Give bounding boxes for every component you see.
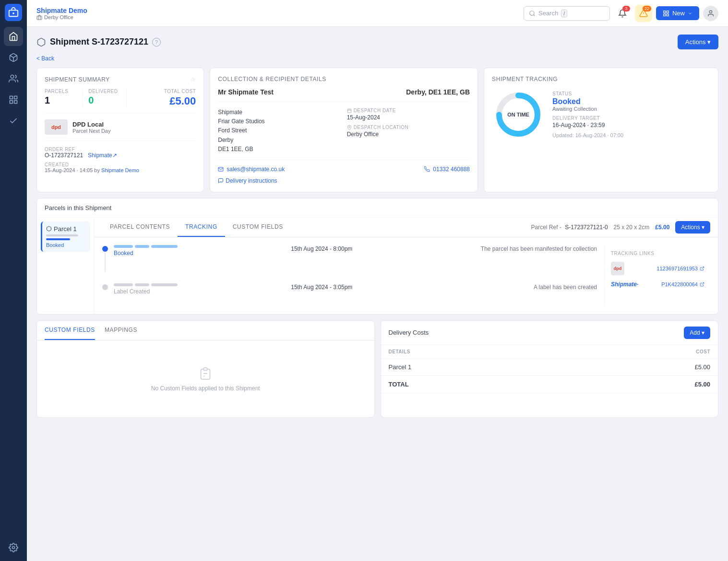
tracking-link-dpd: dpd 11236971691953 [611,262,704,275]
parcel-tab-right: Parcel Ref - S-1723727121-0 25 x 20 x 2c… [531,221,710,234]
svg-point-18 [709,11,712,13]
dc-col-details: DETAILS [381,345,567,359]
avatar-button[interactable] [703,6,718,21]
svg-rect-7 [10,101,13,104]
shipmate-tracking-ref[interactable]: P1K422800064 [661,281,704,287]
sidebar-item-users[interactable] [4,69,23,88]
dc-table: DETAILS COST Parcel 1 £5.00 TOTAL [381,345,718,393]
shipment-summary-card: Shipment Summary ☆ PARCELS 1 DELIVERED 0 [36,68,204,192]
despatch-details: DESPATCH DATE 15-Aug-2024 DESPATCH LOCAT… [347,108,470,154]
svg-point-8 [12,547,15,549]
stats-row: PARCELS 1 DELIVERED 0 TOTAL COST £5.00 [45,89,196,114]
carrier-logo: dpd [45,119,68,135]
notifications-badge: 3 [622,6,630,12]
total-cost: TOTAL COST £5.00 [132,89,196,107]
dc-total-row: TOTAL £5.00 [381,375,718,393]
timeline-desc-2: A label has been created [395,283,597,291]
notifications-button[interactable]: 3 [614,5,631,22]
sidebar-item-settings[interactable] [4,538,23,557]
timeline-desc-1: The parcel has been manifested for colle… [395,245,597,252]
sidebar [0,0,27,561]
timeline-event-1: Booked 15th Aug 2024 - 8:00pm The parcel… [102,245,597,272]
sidebar-item-check[interactable] [4,111,23,130]
topbar-actions: Search / 3 22 New [524,5,718,22]
cf-tab-mappings[interactable]: MAPPINGS [105,321,137,340]
carrier-info: DPD Local Parcel Next Day [72,121,110,134]
order-ref-row: ORDER REF O-1723727121 Shipmate↗ [45,147,196,159]
parcels-section: Parcels in this Shipment Parcel 1 Booked [36,198,718,315]
tracking-link-shipmate: Shipmate· P1K422800064 [611,281,704,288]
dc-col-cost: COST [567,345,718,359]
bottom-row: CUSTOM FIELDS MAPPINGS No Custom Fields … [36,320,718,418]
parcel-tabs: PARCEL CONTENTS TRACKING CUSTOM FIELDS P… [95,218,718,237]
add-cost-button[interactable]: Add ▾ [684,327,710,339]
order-ref-link[interactable]: Shipmate↗ [88,152,117,159]
svg-rect-5 [14,96,17,99]
timeline-time-2: 15th Aug 2024 - 3:05pm [254,283,389,291]
external-link-icon [700,266,704,271]
parcel-actions-button[interactable]: Actions ▾ [675,221,710,234]
dpd-logo: dpd [611,262,624,275]
location-icon [347,125,352,130]
timeline-bars-2 [114,283,249,286]
back-link[interactable]: < Back [36,55,718,62]
recipient-name-row: Mr Shipmate Test Derby, DE1 1EE, GB [218,88,470,102]
building-icon [36,14,42,20]
timeline-time-1: 15th Aug 2024 - 8:00pm [254,245,389,252]
sidebar-item-box[interactable] [4,48,23,67]
timeline-content-2: Label Created [114,283,249,295]
sidebar-item-charts[interactable] [4,90,23,109]
alerts-button[interactable]: 22 [635,5,652,22]
svg-line-26 [702,267,704,269]
collection-recipient-card: Collection & Recipient Details Mr Shipma… [210,68,478,192]
chevron-down-icon [688,11,692,16]
delivered-stat: DELIVERED 0 [88,89,120,107]
star-icon[interactable]: ☆ [190,76,196,83]
svg-rect-16 [664,14,666,16]
dc-header: Delivery Costs Add ▾ [381,321,718,345]
help-icon[interactable]: ? [152,38,161,47]
parcel-dims: 25 x 20 x 2cm [614,224,650,231]
tracking-content: ON TIME STATUS Booked Awaiting Collectio… [492,88,710,141]
new-button[interactable]: New [656,6,699,20]
svg-rect-6 [14,101,17,104]
shipment-icon [36,37,46,47]
kbd-slash: / [561,10,567,17]
calendar-icon [347,108,352,113]
empty-fields-icon [198,366,213,381]
parcel-item[interactable]: Parcel 1 Booked [41,222,90,252]
email-contact[interactable]: sales@shipmate.co.uk [218,166,285,173]
delivery-costs-card: Delivery Costs Add ▾ DETAILS COST [381,320,719,418]
chat-icon [218,178,224,184]
phone-contact[interactable]: 01332 460888 [424,166,470,173]
carrier-row: dpd DPD Local Parcel Next Day [45,119,196,141]
tracking-links-panel: TRACKING LINKS dpd 11236971691953 [605,245,710,306]
timeline-dot-2 [102,284,108,290]
svg-line-11 [534,14,535,16]
svg-rect-19 [347,109,351,113]
summary-title: Shipment Summary [45,76,110,83]
delivery-instructions-link[interactable]: Delivery instructions [218,177,470,184]
parcel-cost: £5.00 [655,224,669,231]
shipmate-tracking-logo: Shipmate· [611,281,638,288]
created-by-link[interactable]: Shipmate Demo [101,167,139,173]
tab-tracking[interactable]: TRACKING [178,218,225,237]
svg-point-3 [11,75,14,79]
donut-chart: ON TIME [492,88,545,141]
dpd-tracking-ref[interactable]: 11236971691953 [656,266,704,271]
created-row: CREATED 15-Aug-2024 · 14:05 by Shipmate … [45,162,196,173]
search-box[interactable]: Search / [524,6,610,21]
sidebar-item-home[interactable] [4,27,23,46]
shipment-tracking-card: Shipment Tracking ON TIME STATUS Booked [484,68,718,192]
cf-tab-custom-fields[interactable]: CUSTOM FIELDS [45,321,95,340]
svg-rect-28 [203,368,207,370]
tab-parcel-contents[interactable]: PARCEL CONTENTS [102,218,178,237]
page-title: Shipment S-1723727121 [50,37,148,47]
tab-custom-fields[interactable]: CUSTOM FIELDS [225,218,291,237]
actions-button[interactable]: Actions ▾ [678,35,718,49]
grid-icon [663,10,669,17]
tracking-status: STATUS Booked Awaiting Collection DELIVE… [552,91,710,138]
parcels-header: Parcels in this Shipment [37,199,718,218]
app-logo[interactable] [5,4,22,21]
alerts-badge: 22 [643,6,651,12]
